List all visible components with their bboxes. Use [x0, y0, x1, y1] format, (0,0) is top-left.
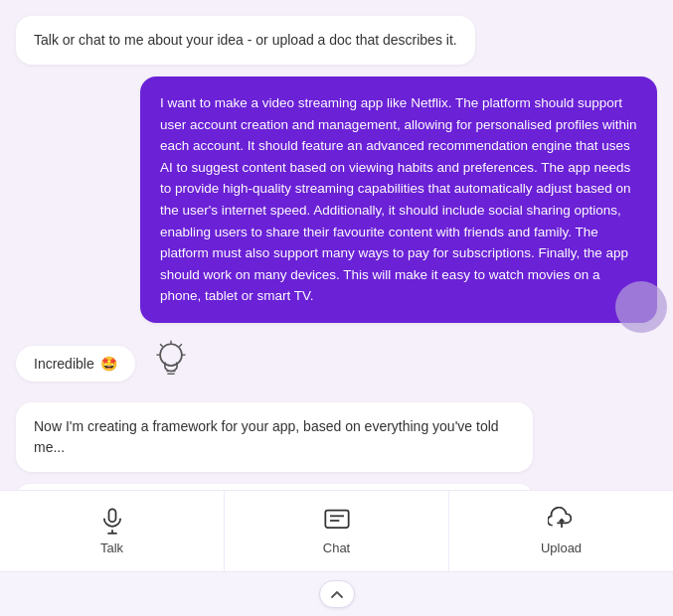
system-message-1: Talk or chat to me about your idea - or … — [16, 16, 475, 65]
incredible-bubble: Incredible 🤩 — [16, 346, 135, 382]
talk-button[interactable]: Talk — [0, 491, 225, 571]
lightbulb-icon — [151, 337, 191, 390]
incredible-row: Incredible 🤩 — [16, 337, 657, 390]
chat-icon — [323, 507, 351, 535]
incredible-emoji: 🤩 — [100, 356, 117, 372]
svg-point-0 — [160, 344, 182, 366]
chevron-row — [0, 571, 673, 616]
svg-line-4 — [179, 344, 182, 347]
chat-area: Talk or chat to me about your idea - or … — [0, 0, 673, 490]
chat-label: Chat — [323, 540, 350, 555]
toolbar: Talk Chat Upload — [0, 490, 673, 616]
framework-message-text: Now I'm creating a framework for your ap… — [34, 418, 499, 455]
incredible-label: Incredible — [34, 356, 94, 372]
user-message-row: I want to make a video streaming app lik… — [16, 77, 657, 323]
system-message-1-text: Talk or chat to me about your idea - or … — [34, 32, 457, 48]
user-avatar — [615, 281, 667, 333]
svg-rect-11 — [325, 511, 348, 529]
mic-icon — [98, 507, 126, 535]
framework-message: Now I'm creating a framework for your ap… — [16, 402, 533, 472]
talk-label: Talk — [100, 540, 123, 555]
upload-button[interactable]: Upload — [449, 491, 673, 571]
partial-message: Okay, let me check off everything you sa… — [16, 484, 533, 490]
toolbar-buttons: Talk Chat Upload — [0, 491, 673, 571]
upload-icon — [548, 507, 576, 535]
svg-rect-8 — [108, 509, 115, 522]
chat-button[interactable]: Chat — [225, 491, 449, 571]
chevron-up-icon — [330, 589, 344, 599]
svg-line-5 — [160, 344, 163, 347]
collapse-button[interactable] — [319, 580, 355, 608]
user-message-text: I want to make a video streaming app lik… — [160, 95, 637, 303]
user-message-bubble: I want to make a video streaming app lik… — [140, 77, 657, 323]
upload-label: Upload — [541, 540, 582, 555]
